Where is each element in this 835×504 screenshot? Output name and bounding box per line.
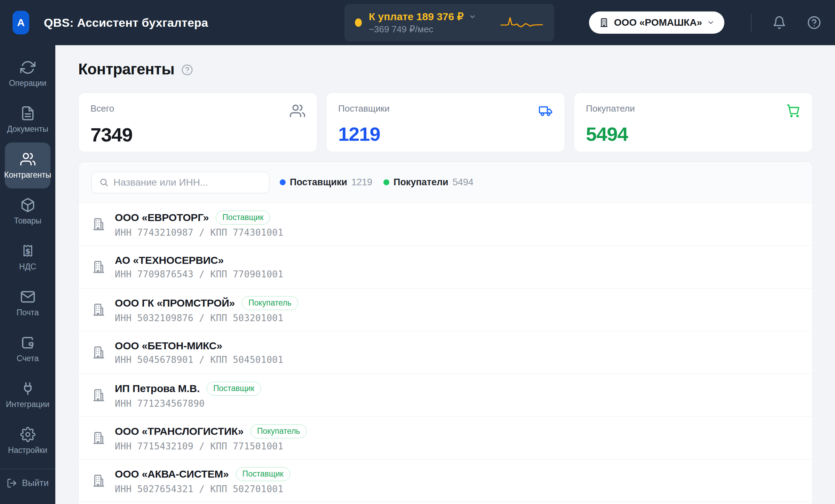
app-logo: A xyxy=(13,11,29,34)
chevron-down-icon xyxy=(707,19,715,26)
app-root: A QBS: Ассистент бухгалтера К уплате 189… xyxy=(0,0,835,504)
payment-sparkline xyxy=(500,15,544,31)
payment-widget[interactable]: К уплате 189 376 ₽ ~369 749 ₽/мес xyxy=(344,4,554,41)
legend-item: Поставщики 1219 xyxy=(280,177,372,188)
sidebar-nav: Операции Документы Контрагенты Товары $ … xyxy=(0,51,55,464)
sidebar-item-settings[interactable]: Настройки xyxy=(5,418,50,464)
company-name: ООО «РОМАШКА» xyxy=(614,17,702,28)
building-icon xyxy=(91,473,106,488)
counterparty-row[interactable]: АО «ТЕХНОСЕРВИС» ИНН 7709876543 / КПП 77… xyxy=(79,246,812,288)
counterparty-name: ООО ГК «ПРОМСТРОЙ» xyxy=(115,297,235,309)
counterparty-row[interactable]: ООО ГК «ПРОМСТРОЙ» Покупатель ИНН 503210… xyxy=(79,288,812,331)
counterparty-name: ООО «АКВА-СИСТЕМ» xyxy=(115,468,229,480)
logout-icon xyxy=(7,478,17,488)
mail-icon xyxy=(20,289,35,304)
chevron-down-icon xyxy=(469,13,476,21)
stat-card-label: Всего xyxy=(90,103,114,114)
legend: Поставщики 1219 Покупатели 5494 xyxy=(280,177,474,188)
legend-item: Покупатели 5494 xyxy=(383,177,474,188)
sidebar-item-invoices[interactable]: Счета xyxy=(5,326,50,372)
stat-card-value: 7349 xyxy=(90,123,305,146)
building-icon xyxy=(91,302,106,317)
counterparty-type-badge: Поставщик xyxy=(236,467,290,481)
panel-header: Поставщики 1219 Покупатели 5494 xyxy=(79,162,812,203)
legend-dot xyxy=(280,179,286,185)
wallet-icon xyxy=(20,335,35,350)
main-content: Контрагенты Всего 7349 Поставщики 1219 П… xyxy=(55,45,835,504)
counterparty-name: ООО «БЕТОН-МИКС» xyxy=(115,340,222,352)
sidebar-item-integrations[interactable]: Интеграции xyxy=(5,372,50,418)
search-input[interactable] xyxy=(113,177,261,188)
counterparty-row[interactable]: ООО «ТРАНСЛОГИСТИК» Покупатель ИНН 77154… xyxy=(79,417,812,460)
counterparties-panel: Поставщики 1219 Покупатели 5494 ООО «ЕВР… xyxy=(78,162,813,504)
stat-cards: Всего 7349 Поставщики 1219 Покупатели 54… xyxy=(78,92,813,152)
legend-count: 1219 xyxy=(351,177,372,188)
counterparty-inn-kpp: ИНН 5045678901 / КПП 504501001 xyxy=(115,355,284,365)
payment-amount-label: К уплате 189 376 ₽ xyxy=(369,10,464,23)
notifications-bell-icon[interactable] xyxy=(772,16,786,30)
counterparty-type-badge: Поставщик xyxy=(216,211,270,224)
counterparty-inn-kpp: ИНН 771234567890 xyxy=(115,398,261,409)
sidebar-item-counterparties[interactable]: Контрагенты xyxy=(5,143,50,188)
counterparty-type-badge: Поставщик xyxy=(207,382,261,395)
plug-icon xyxy=(20,381,35,396)
counterparty-row[interactable]: ИП Петрова М.В. Поставщик ИНН 7712345678… xyxy=(79,374,812,417)
counterparty-row[interactable]: ООО «БЕТОН-МИКС» ИНН 5045678901 / КПП 50… xyxy=(79,331,812,374)
building-icon xyxy=(91,260,106,274)
cart-icon xyxy=(786,103,801,118)
counterparty-type-badge: Покупатель xyxy=(242,296,298,310)
stat-card: Всего 7349 xyxy=(78,92,317,152)
building-icon xyxy=(91,345,106,360)
search-icon xyxy=(99,178,109,187)
gear-icon xyxy=(20,427,35,442)
counterparty-name: ООО «ТРАНСЛОГИСТИК» xyxy=(115,425,244,437)
building-icon xyxy=(599,17,609,28)
package-icon xyxy=(20,197,35,213)
sidebar-item-documents[interactable]: Документы xyxy=(5,97,50,143)
legend-label: Покупатели xyxy=(393,177,448,188)
stat-card-label: Покупатели xyxy=(586,103,635,114)
legend-count: 5494 xyxy=(453,177,474,188)
counterparty-name: ООО «ЕВРОТОРГ» xyxy=(115,212,209,223)
logo-letter: A xyxy=(17,17,25,29)
stat-card-value: 1219 xyxy=(338,123,553,145)
building-icon xyxy=(91,217,106,231)
truck-icon xyxy=(538,103,553,118)
topbar-divider xyxy=(751,14,752,32)
sidebar-item-mail[interactable]: Почта xyxy=(5,280,50,326)
sidebar-item-goods[interactable]: Товары xyxy=(5,188,50,234)
users-icon xyxy=(20,152,35,167)
sync-icon xyxy=(20,60,35,75)
stat-card-value: 5494 xyxy=(586,123,801,145)
stat-card-label: Поставщики xyxy=(338,103,390,114)
logout-button[interactable]: Выйти xyxy=(0,478,55,488)
page-help-icon[interactable] xyxy=(181,64,193,76)
stat-card: Покупатели 5494 xyxy=(574,92,813,152)
svg-text:$: $ xyxy=(25,246,30,255)
payment-monthly-estimate: ~369 749 ₽/мес xyxy=(369,24,476,35)
counterparty-inn-kpp: ИНН 7715432109 / КПП 771501001 xyxy=(115,441,307,452)
sidebar-divider xyxy=(0,469,55,469)
counterparty-inn-kpp: ИНН 7709876543 / КПП 770901001 xyxy=(115,269,284,279)
building-icon xyxy=(91,431,106,445)
legend-dot xyxy=(383,179,389,185)
app-title: QBS: Ассистент бухгалтера xyxy=(44,16,208,30)
counterparties-list: ООО «ЕВРОТОРГ» Поставщик ИНН 7743210987 … xyxy=(79,203,812,502)
document-icon xyxy=(20,106,35,121)
logout-label: Выйти xyxy=(22,478,49,488)
sidebar-item-operations[interactable]: Операции xyxy=(5,51,50,97)
counterparty-row[interactable]: ООО «АКВА-СИСТЕМ» Поставщик ИНН 50276543… xyxy=(79,460,812,502)
sidebar-item-vat[interactable]: $ НДС xyxy=(5,234,50,280)
page-title: Контрагенты xyxy=(78,60,174,78)
counterparty-type-badge: Покупатель xyxy=(250,424,307,438)
building-icon xyxy=(91,388,106,403)
topbar: A QBS: Ассистент бухгалтера К уплате 189… xyxy=(0,0,835,45)
counterparty-row[interactable]: ООО «ЕВРОТОРГ» Поставщик ИНН 7743210987 … xyxy=(79,203,812,246)
search-box[interactable] xyxy=(91,172,269,193)
company-selector[interactable]: ООО «РОМАШКА» xyxy=(589,11,724,34)
vat-stamp-icon: $ xyxy=(20,243,35,259)
counterparty-inn-kpp: ИНН 7743210987 / КПП 774301001 xyxy=(115,227,284,238)
users-icon xyxy=(290,103,305,119)
stat-card: Поставщики 1219 xyxy=(326,92,565,152)
help-icon[interactable] xyxy=(807,16,821,30)
